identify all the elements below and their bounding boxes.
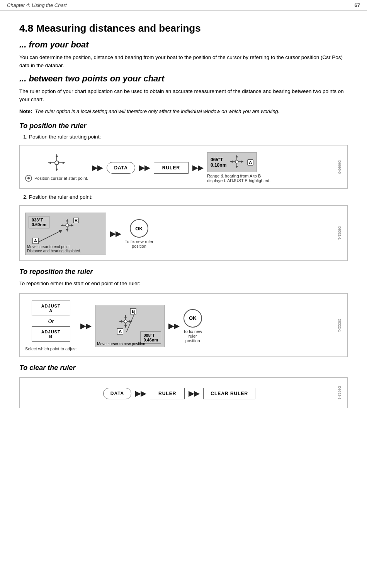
arrow4: ▶▶: [110, 230, 121, 238]
adjust-a-button[interactable]: ADJUST A: [32, 301, 70, 316]
arrow3: ▶▶: [192, 164, 203, 172]
svg-marker-3: [56, 169, 58, 171]
step2-label: 2. Position the ruler end point:: [23, 194, 348, 200]
ok-wrap2: OK To fix newrulerposition: [183, 309, 202, 343]
diagram1-id: D6695-3: [338, 160, 342, 174]
bearing-display: 065°T 0.18nm A: [207, 152, 257, 172]
from-your-boat-heading: ... from your boat: [19, 40, 348, 50]
svg-point-6: [55, 161, 59, 165]
svg-marker-5: [63, 162, 65, 164]
svg-marker-21: [71, 224, 73, 226]
svg-point-22: [66, 224, 69, 227]
diagram2-id: D8321-1: [338, 226, 342, 240]
note-text: Note: The ruler option is a local settin…: [19, 108, 348, 115]
svg-marker-20: [61, 224, 63, 226]
position-ruler-heading: To position the ruler: [19, 122, 348, 130]
diag2-arrow-line: [34, 227, 65, 246]
data-button2[interactable]: DATA: [103, 388, 132, 399]
arrow8: ▶▶: [189, 389, 199, 398]
data-button[interactable]: DATA: [107, 162, 135, 174]
diag2-map-label: Move cursor to end point.Distance and be…: [27, 245, 81, 253]
arrow6: ▶▶: [168, 322, 179, 330]
select-label: Select which point to adjust: [25, 346, 76, 351]
data-btn-wrap: DATA: [107, 162, 135, 174]
svg-marker-18: [66, 219, 68, 221]
page-header: Chapter 4: Using the Chart 67: [0, 0, 367, 11]
adjust-b-button[interactable]: ADJUST B: [32, 326, 70, 342]
diag4-content: DATA ▶▶ RULER ▶▶ CLEAR RULER: [25, 388, 333, 399]
diag1-content: Position cursor at start point. ▶▶ DATA …: [25, 152, 333, 183]
reposition-ruler-heading: To reposition the ruler: [19, 268, 348, 276]
ok-button2[interactable]: OK: [184, 309, 202, 328]
page-number: 67: [355, 2, 360, 8]
svg-marker-19: [66, 229, 68, 231]
diagram4-id: D9832-1: [338, 386, 342, 400]
bearing-values: 065°T 0.18nm: [211, 157, 226, 168]
svg-marker-11: [236, 155, 238, 157]
svg-marker-12: [236, 166, 238, 168]
range-label: Range & bearing from A to Bdisplayed. AD…: [207, 174, 270, 183]
diagram4: DATA ▶▶ RULER ▶▶ CLEAR RULER D9832-1: [19, 377, 348, 408]
clear-ruler-heading: To clear the ruler: [19, 364, 348, 372]
chapter-title: Chapter 4: Using the Chart: [7, 2, 67, 8]
from-your-boat-body: You can determine the position, distance…: [19, 54, 348, 70]
arrow1: ▶▶: [92, 164, 103, 172]
crosshair-start: [48, 154, 66, 173]
diagram3-id: D8322-1: [338, 318, 342, 332]
arrow5: ▶▶: [80, 322, 91, 330]
svg-marker-13: [230, 161, 233, 163]
point-r-label: R: [73, 218, 79, 223]
diagram2: 033°T 0.60nm R: [19, 205, 348, 261]
between-two-points-heading: ... between two points on your chart: [19, 74, 348, 84]
ok-label2: To fix newrulerposition: [183, 329, 202, 343]
note-italic-body: The ruler option is a local setting and …: [35, 108, 279, 114]
position-cursor-label: Position cursor at start point.: [25, 175, 88, 182]
svg-point-8: [27, 177, 30, 179]
svg-line-23: [38, 231, 61, 242]
diag3-map: B A 008°T: [95, 305, 165, 347]
svg-marker-4: [48, 162, 51, 164]
ruler-button[interactable]: RULER: [154, 162, 189, 174]
svg-point-15: [235, 160, 238, 163]
ruler-button2[interactable]: RULER: [150, 388, 185, 399]
section-title: 4.8 Measuring distances and bearings: [19, 22, 348, 34]
step1-label: 1. Position the ruler starting point:: [23, 134, 348, 140]
arrow7: ▶▶: [135, 389, 146, 398]
arrow2: ▶▶: [139, 164, 150, 172]
ok-wrap: OK To fix new rulerposition: [125, 219, 153, 248]
crosshair-a-diag1: [229, 154, 244, 170]
diag3-content: ADJUST A Or ADJUST B Select which point …: [25, 301, 333, 351]
between-two-points-body: The ruler option of your chart applicati…: [19, 88, 348, 104]
svg-line-32: [126, 313, 135, 332]
ok-label: To fix new rulerposition: [125, 239, 153, 248]
diag2-content: 033°T 0.60nm R: [25, 213, 333, 255]
svg-marker-2: [56, 154, 58, 157]
clear-ruler-btn-wrap: CLEAR RULER: [203, 388, 255, 399]
diagram3: ADJUST A Or ADJUST B Select which point …: [19, 293, 348, 357]
svg-marker-14: [241, 161, 243, 163]
diag3-ab-line: [115, 309, 153, 340]
diag3-move-label: Move cursor to new position: [97, 342, 145, 346]
data-btn-wrap2: DATA: [103, 388, 132, 399]
clear-ruler-button[interactable]: CLEAR RULER: [203, 388, 255, 399]
ruler-btn-wrap: RULER: [154, 162, 189, 174]
diag1-left: Position cursor at start point.: [25, 154, 88, 182]
ok-button[interactable]: OK: [130, 219, 148, 238]
diag1-right-area: 065°T 0.18nm A: [207, 152, 270, 183]
ruler-btn-wrap2: RULER: [150, 388, 185, 399]
diagram1: Position cursor at start point. ▶▶ DATA …: [19, 145, 348, 189]
reposition-intro: To reposition either the start or end po…: [19, 280, 348, 288]
adjust-col: ADJUST A Or ADJUST B Select which point …: [25, 301, 76, 351]
diag2-map: 033°T 0.60nm R: [25, 213, 106, 255]
main-content: 4.8 Measuring distances and bearings ...…: [0, 11, 367, 425]
point-a-label: A: [247, 159, 253, 166]
note-label: Note:: [19, 108, 32, 114]
or-text: Or: [48, 318, 53, 324]
